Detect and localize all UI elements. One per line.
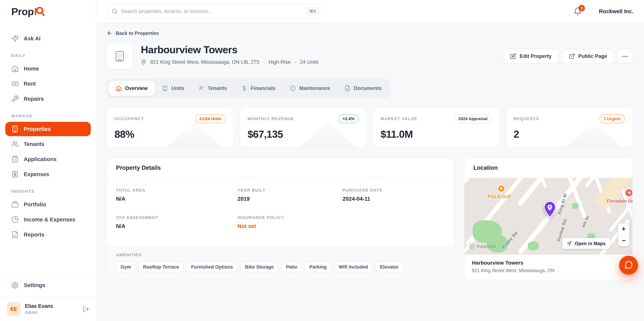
edit-property-button[interactable]: Edit Property [503, 49, 558, 64]
public-page-button[interactable]: Public Page [562, 49, 614, 64]
stat-card-market-value: MARKET VALUE 2024 Appraisal $11.0M [373, 107, 500, 147]
field-label: TAX ASSESSMENT [116, 215, 238, 220]
medical-poi-label: Floradale Urg [607, 198, 632, 204]
sidebar-item-ask-ai[interactable]: Ask AI [5, 31, 91, 46]
field-purchase-date: PURCHASE DATE 2024-04-11 [342, 188, 444, 202]
tab-units[interactable]: Units [155, 81, 191, 96]
tab-tenants[interactable]: Tenants [191, 81, 234, 96]
public-page-label: Public Page [578, 53, 607, 59]
zoom-in-button[interactable]: + [618, 223, 629, 235]
location-name: Harbourview Towers [472, 260, 625, 266]
arrow-left-icon [106, 30, 112, 36]
building-icon [114, 50, 126, 62]
sidebar-item-properties[interactable]: Properties [5, 122, 91, 136]
organization-name[interactable]: Rockwell Inc. [599, 8, 634, 15]
tab-maintenance[interactable]: Maintenance [283, 81, 337, 96]
sidebar-divider [6, 274, 90, 274]
tab-label: Units [171, 85, 184, 91]
sidebar-item-portfolio[interactable]: Portfolio [5, 197, 91, 212]
amenity-chip: Patio [281, 262, 302, 272]
tab-label: Financials [251, 85, 276, 91]
amenity-chip: Parking [305, 262, 331, 272]
status-badge: 21/24 Units [195, 114, 226, 123]
user-role: Admin [25, 310, 78, 315]
field-value: 2024-04-11 [342, 196, 444, 202]
logo-prop-text: Prop [11, 6, 34, 17]
property-head-main: Harbourview Towers 821 King Street West,… [141, 43, 318, 65]
amenity-chip: Bike Storage [240, 262, 278, 272]
field-value: N/A [116, 223, 238, 229]
sidebar-item-applications[interactable]: Applications [5, 152, 91, 166]
notifications-button[interactable]: 3 [574, 7, 582, 16]
sidebar-item-repairs[interactable]: Repairs [5, 92, 91, 106]
sidebar-item-expenses[interactable]: Expenses [5, 167, 91, 182]
sidebar-item-label: Expenses [24, 171, 49, 178]
user-meta: Elias Evans Admin [25, 303, 78, 315]
sidebar-settings-row: Settings [0, 278, 96, 297]
wrench-icon [11, 95, 19, 103]
building-icon [162, 85, 168, 91]
location-info: Harbourview Towers 821 King Street West,… [464, 255, 632, 279]
status-badge: 1 Urgent [599, 114, 625, 123]
chat-fab-button[interactable] [619, 256, 638, 275]
global-search[interactable]: ⌘K [106, 4, 322, 19]
sidebar-section-insights: INSIGHTS [11, 189, 91, 194]
sidebar-item-label: Reports [24, 232, 44, 238]
property-units-count: 24 Units [300, 59, 318, 65]
field-label: YEAR BUILT [238, 188, 342, 193]
sidebar-item-settings[interactable]: Settings [5, 278, 91, 292]
tab-documents[interactable]: Documents [337, 81, 389, 96]
field-label: PURCHASE DATE [342, 188, 444, 193]
location-panel: Location [464, 158, 633, 280]
sidebar-item-label: Applications [24, 156, 56, 163]
amenities-chips: Gym Rooftop Terrace Furnished Options Bi… [116, 262, 444, 272]
users-icon [11, 140, 19, 148]
zoom-out-button[interactable]: − [618, 235, 629, 246]
details-fields: TOTAL AREA N/A YEAR BUILT 2019 PURCHASE … [107, 178, 454, 239]
map-road [486, 178, 522, 179]
logo-magnifier-q-icon [36, 7, 45, 17]
more-actions-button[interactable]: ⋯ [618, 49, 633, 64]
edit-pencil-icon [510, 53, 516, 59]
sidebar-item-home[interactable]: Home [5, 62, 91, 76]
sidebar-item-reports[interactable]: Reports [5, 227, 91, 242]
property-details-panel: Property Details TOTAL AREA N/A YEAR BUI… [106, 158, 454, 280]
tab-overview[interactable]: Overview [108, 81, 155, 96]
stat-label: MARKET VALUE [380, 116, 417, 121]
field-total-area: TOTAL AREA N/A [116, 188, 238, 202]
topbar-separator [590, 7, 590, 16]
search-input[interactable] [121, 9, 303, 14]
dollar-icon [241, 85, 247, 91]
status-badge: 2024 Appraisal [454, 114, 492, 123]
map-park [572, 203, 578, 209]
panel-title: Property Details [107, 158, 454, 178]
amenity-chip: Wifi Included [334, 262, 372, 272]
tab-label: Tenants [208, 85, 227, 91]
topbar-right: 3 Rockwell Inc. [574, 7, 634, 16]
sidebar-item-label: Ask AI [24, 36, 40, 42]
sidebar-item-label: Tenants [24, 141, 44, 147]
sidebar-item-label: Portfolio [24, 201, 46, 208]
sidebar-item-label: Rent [24, 81, 36, 87]
sidebar-nav: Ask AI DAILY Home Rent Repairs MANAGE [0, 23, 96, 270]
field-value: 2019 [238, 196, 342, 202]
tab-financials[interactable]: Financials [234, 81, 283, 96]
logout-icon[interactable] [82, 306, 89, 312]
panels-row: Property Details TOTAL AREA N/A YEAR BUI… [106, 158, 633, 280]
sidebar-item-income-expenses[interactable]: Income & Expenses [5, 212, 91, 227]
dot-separator: • [263, 60, 264, 65]
back-to-properties-link[interactable]: Back to Properties [106, 30, 159, 36]
home-icon [116, 85, 122, 91]
property-map-marker[interactable] [543, 201, 557, 218]
sidebar-item-rent[interactable]: Rent [5, 77, 91, 91]
sidebar-item-tenants[interactable]: Tenants [5, 137, 91, 151]
search-icon [112, 8, 118, 15]
open-in-maps-button[interactable]: Open in Maps [562, 238, 610, 249]
briefcase-icon [11, 201, 19, 208]
property-address: 821 King Street West, Mississauga, ON L8… [150, 59, 259, 65]
receipt-icon [11, 171, 19, 178]
map-canvas[interactable]: King St W Rugby Rd Dunbar Rd ale Dr le P… [464, 178, 632, 255]
map-pin-icon [141, 59, 146, 65]
navigation-icon [567, 241, 572, 246]
amenity-chip: Elevator [376, 262, 403, 272]
